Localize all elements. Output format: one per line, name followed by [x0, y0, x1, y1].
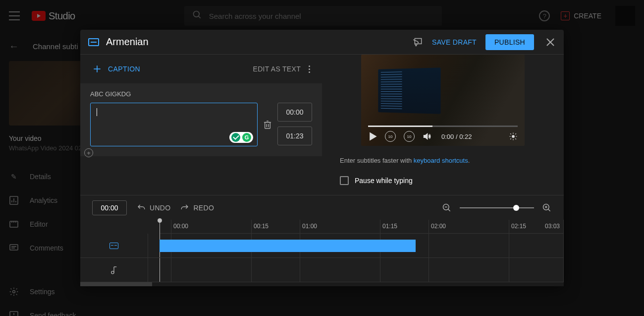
avatar[interactable]	[615, 6, 635, 26]
music-note-icon	[110, 265, 117, 274]
captions-track-icon	[109, 243, 118, 249]
timeline-ruler[interactable]: 00:00 00:15 01:00 01:15 02:00 02:15 03:0…	[160, 220, 564, 234]
svg-point-13	[13, 291, 15, 293]
caption-textarea[interactable]: G	[90, 103, 258, 146]
svg-line-29	[448, 209, 450, 211]
captions-icon	[88, 38, 99, 46]
caption-block: ABC GIGKDG G 00:00 01:23	[80, 83, 322, 156]
play-icon[interactable]	[368, 132, 377, 141]
comments-icon	[9, 243, 19, 253]
create-label: CREATE	[574, 12, 601, 20]
tick: 02:15	[511, 223, 526, 230]
report-icon[interactable]	[413, 37, 423, 47]
timeline-time-input[interactable]: 00:00	[92, 200, 127, 215]
video-time: 0:00 / 0:22	[441, 133, 472, 140]
search-input[interactable]: Search across your channel	[184, 6, 442, 26]
delete-icon[interactable]	[264, 120, 271, 129]
forward-10-icon[interactable]: 10	[404, 131, 415, 142]
keyboard-hint: Enter subtitles faster with keyboard sho…	[340, 157, 546, 164]
caption-track-label[interactable]	[80, 234, 148, 258]
subtitle-editor-modal: Armenian SAVE DRAFT PUBLISH CAPTION EDIT…	[80, 30, 564, 286]
extension-badges: G	[229, 132, 253, 143]
video-settings-icon[interactable]	[509, 132, 518, 141]
extension-icon[interactable]	[231, 133, 240, 142]
caption-preview-text: ABC GIGKDG	[90, 90, 312, 98]
plus-icon	[92, 64, 102, 74]
caption-start-time[interactable]: 00:00	[277, 103, 312, 122]
svg-line-32	[548, 209, 550, 211]
video-preview[interactable]: 10 10 0:00 / 0:22	[361, 55, 525, 146]
add-caption-button[interactable]: CAPTION	[108, 65, 140, 73]
timeline-tracks	[80, 234, 564, 282]
grammarly-icon[interactable]: G	[242, 133, 251, 142]
editor-icon	[9, 219, 19, 229]
svg-rect-22	[265, 123, 270, 128]
analytics-icon	[9, 195, 19, 205]
svg-point-19	[418, 42, 419, 43]
undo-button[interactable]: UNDO	[137, 203, 170, 212]
volume-icon[interactable]	[423, 132, 431, 141]
timeline-scrollbar-thumb[interactable]	[80, 282, 152, 286]
video-preview-pane: 10 10 0:00 / 0:22 Enter subtitles faster…	[322, 55, 564, 195]
back-arrow-icon[interactable]: ←	[9, 41, 19, 52]
gear-icon	[9, 287, 19, 297]
studio-logo[interactable]: Studio	[32, 10, 75, 22]
svg-point-0	[193, 11, 199, 17]
text-cursor	[97, 108, 97, 116]
audio-track[interactable]	[148, 258, 564, 282]
tick: 02:00	[431, 223, 446, 230]
feedback-icon	[9, 311, 19, 316]
caption-edit-pane: CAPTION EDIT AS TEXT ABC GIGKDG G	[80, 55, 322, 195]
create-plus-icon: +	[561, 11, 570, 20]
zoom-out-icon[interactable]	[442, 203, 452, 213]
svg-line-18	[413, 40, 418, 42]
tick: 00:15	[254, 223, 268, 230]
nav-feedback[interactable]: Send feedback	[9, 304, 130, 316]
modal-title: Armenian	[106, 36, 413, 48]
more-options-icon[interactable]	[309, 65, 310, 73]
timeline-toolbar: 00:00 UNDO REDO	[80, 195, 564, 220]
create-button[interactable]: + CREATE	[561, 11, 601, 20]
caption-clip[interactable]	[160, 240, 416, 252]
rewind-10-icon[interactable]: 10	[385, 131, 396, 142]
tick: 01:15	[382, 223, 397, 230]
svg-point-27	[512, 135, 515, 138]
tick: 01:00	[302, 223, 317, 230]
add-caption-below-icon[interactable]: +	[84, 148, 93, 157]
app-topbar: Studio Search across your channel ? + CR…	[0, 0, 644, 32]
publish-button[interactable]: PUBLISH	[485, 34, 534, 50]
tick: 00:00	[173, 223, 188, 230]
modal-header: Armenian SAVE DRAFT PUBLISH	[80, 30, 564, 55]
keyboard-shortcuts-link[interactable]: keyboard shortcuts	[414, 157, 468, 164]
video-progress-bar[interactable]	[368, 126, 518, 127]
undo-icon	[137, 203, 146, 212]
caption-end-time[interactable]: 01:23	[277, 126, 312, 145]
zoom-slider[interactable]	[460, 207, 534, 208]
pause-while-typing-label: Pause while typing	[355, 177, 413, 185]
back-title: Channel subti	[33, 42, 78, 51]
youtube-play-icon	[32, 11, 46, 21]
save-draft-button[interactable]: SAVE DRAFT	[432, 38, 477, 46]
search-placeholder: Search across your channel	[209, 12, 301, 20]
logo-text: Studio	[49, 10, 75, 22]
zoom-in-icon[interactable]	[542, 203, 552, 213]
svg-line-1	[198, 16, 200, 18]
timeline-scrollbar[interactable]	[80, 282, 564, 286]
hamburger-icon[interactable]	[9, 11, 20, 20]
edit-as-text-button[interactable]: EDIT AS TEXT	[253, 65, 301, 73]
close-icon[interactable]	[545, 37, 556, 48]
redo-button[interactable]: REDO	[180, 203, 214, 212]
redo-icon	[180, 203, 189, 212]
search-icon	[192, 10, 202, 22]
pencil-icon: ✎	[9, 172, 19, 182]
svg-rect-10	[10, 245, 18, 250]
audio-track-label[interactable]	[80, 258, 148, 282]
caption-track[interactable]	[148, 234, 564, 258]
pause-while-typing-checkbox[interactable]	[340, 176, 349, 185]
zoom-slider-handle[interactable]	[513, 205, 519, 211]
help-icon[interactable]: ?	[539, 10, 550, 21]
video-frame	[378, 67, 440, 114]
tick: 03:03	[545, 223, 560, 230]
svg-point-35	[111, 271, 114, 274]
